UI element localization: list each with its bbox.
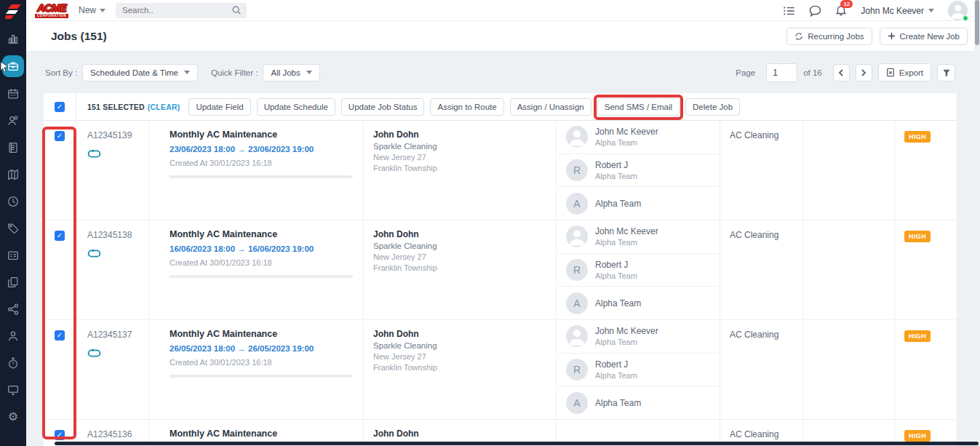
assign-to-route-button[interactable]: Assign to Route	[430, 98, 503, 116]
customer-name[interactable]: John Dohn	[373, 130, 556, 140]
job-schedule[interactable]: 16/06/2023 18:00 → 16/06/2023 19:00	[170, 244, 353, 253]
avatar	[566, 126, 588, 148]
job-schedule[interactable]: 23/06/2023 18:00 → 23/06/2023 19:00	[170, 145, 353, 154]
job-progress-bar	[170, 375, 353, 378]
assignee-name: Robert J	[595, 260, 637, 270]
customer-name[interactable]: John Dohn	[373, 429, 556, 439]
customer-address-line2: Franklin Township	[373, 263, 556, 272]
select-all-checkbox[interactable]: ✓	[55, 102, 65, 112]
update-job-status-button[interactable]: Update Job Status	[341, 98, 425, 116]
page-title: Jobs (151)	[51, 30, 107, 43]
assignee-item: John Mc KeeverAlpha Team	[557, 220, 720, 253]
prev-page-button[interactable]	[833, 64, 850, 81]
user-avatar[interactable]	[948, 1, 968, 20]
sidebar-item-timer[interactable]	[2, 353, 24, 373]
export-button[interactable]: Export	[878, 63, 931, 81]
filter-button[interactable]	[937, 64, 955, 81]
create-new-job-button[interactable]: Create New Job	[880, 28, 968, 45]
job-title[interactable]: Monthly AC Maintenance	[170, 329, 353, 339]
messages-button[interactable]	[809, 5, 821, 17]
row-select-cell: ✓	[44, 121, 76, 220]
table-row[interactable]: ✓ A12345137 Monthly AC Maintenance 26/05…	[44, 320, 957, 420]
sidebar-item-map[interactable]	[2, 164, 24, 185]
job-schedule[interactable]: 26/05/2023 18:00 → 26/05/2023 19:00	[170, 344, 353, 353]
row-checkbox[interactable]: ✓	[55, 430, 65, 440]
customer-address-line1: New Jersey 27	[373, 252, 556, 261]
recurring-link-icon	[87, 249, 101, 258]
avatar: R	[566, 259, 588, 281]
recurring-jobs-button[interactable]: Recurring Jobs	[786, 28, 872, 45]
tag-icon	[7, 222, 20, 235]
customer-cell: John Dohn Sparkle Cleaning New Jersey 27…	[364, 320, 557, 419]
activity-list-button[interactable]	[784, 6, 795, 16]
chevron-right-icon	[861, 69, 867, 76]
clear-selection-link[interactable]: (CLEAR)	[148, 103, 180, 111]
sidebar-item-timesheets[interactable]	[2, 191, 24, 212]
sidebar-item-customers[interactable]	[2, 111, 24, 131]
bar-chart-icon	[7, 32, 20, 45]
sidebar-item-devices[interactable]	[2, 380, 24, 400]
quick-filter-dropdown[interactable]: All Jobs	[263, 64, 319, 81]
row-checkbox[interactable]: ✓	[55, 231, 65, 241]
sidebar-item-pricebook[interactable]	[2, 218, 24, 239]
assignee-item: R Robert JAlpha Team	[557, 154, 720, 187]
job-created-at: Created At 30/01/2023 16:18	[170, 258, 353, 267]
vertical-scrollbar[interactable]	[974, 0, 980, 446]
sidebar-item-analytics[interactable]	[2, 28, 24, 49]
sidebar-item-teams[interactable]	[2, 326, 24, 346]
job-title[interactable]: Monthly AC Maintenance	[170, 130, 353, 140]
sidebar-item-assets[interactable]	[2, 245, 24, 266]
assign-unassign-button[interactable]: Assign / Unassign	[510, 98, 591, 116]
notifications-button[interactable]: 12	[835, 4, 847, 17]
table-row[interactable]: ✓ A12345139 Monthly AC Maintenance 23/06…	[44, 121, 957, 220]
assignee-name: Robert J	[595, 359, 637, 370]
sidebar-nav: ⚙	[2, 28, 24, 427]
next-page-button[interactable]	[856, 64, 872, 81]
assignee-name: Robert J	[595, 160, 637, 170]
job-category-cell: AC Cleaning	[720, 220, 804, 319]
job-priority-cell: HIGH	[895, 320, 957, 419]
priority-badge: HIGH	[904, 131, 931, 143]
search-icon	[231, 5, 242, 15]
avatar-silhouette-icon	[566, 325, 588, 347]
bulk-action-bar: ✓ 151 SELECTED (CLEAR) Update Field Upda…	[44, 93, 957, 121]
user-menu-button[interactable]: John Mc Keever	[861, 6, 934, 16]
avatar: A	[566, 292, 588, 314]
update-field-button[interactable]: Update Field	[188, 98, 250, 116]
gear-icon: ⚙	[8, 411, 18, 423]
delete-job-button[interactable]: Delete Job	[685, 98, 740, 116]
job-title[interactable]: Monthly AC Maintenance	[170, 429, 353, 439]
clock-icon	[7, 195, 20, 208]
sidebar-item-invoices[interactable]	[2, 138, 24, 158]
new-menu-button[interactable]: New	[79, 5, 105, 15]
table-row[interactable]: ✓ A12345138 Monthly AC Maintenance 16/06…	[44, 220, 957, 320]
sidebar-item-integrations[interactable]	[2, 299, 24, 319]
sidebar-item-settings[interactable]: ⚙	[2, 407, 24, 427]
calendar-icon	[7, 87, 20, 100]
sidebar-item-calendar[interactable]	[2, 84, 24, 104]
sidebar-item-quotes[interactable]	[2, 272, 24, 292]
row-checkbox[interactable]: ✓	[55, 131, 65, 141]
job-title[interactable]: Monthly AC Maintenance	[170, 229, 353, 239]
row-checkbox[interactable]: ✓	[55, 330, 65, 341]
update-schedule-button[interactable]: Update Schedule	[257, 98, 335, 116]
search-input[interactable]	[116, 3, 247, 18]
sort-by-dropdown[interactable]: Scheduled Date & Time	[82, 64, 198, 81]
assignee-cell: John Mc KeeverAlpha Team R Robert JAlpha…	[557, 121, 720, 220]
zuper-logo[interactable]	[5, 2, 21, 21]
customer-name[interactable]: John Dohn	[373, 329, 556, 339]
vertical-scrollbar-thumb[interactable]	[975, 0, 979, 45]
avatar-silhouette-icon	[566, 226, 588, 247]
horizontal-scrollbar-thumb[interactable]	[55, 442, 979, 445]
send-sms-email-button[interactable]: Send SMS / Email	[597, 98, 680, 116]
map-icon	[7, 168, 20, 181]
job-id: A12345139	[87, 130, 148, 140]
avatar	[566, 226, 588, 247]
customer-cell: John Dohn Sparkle Cleaning New Jersey 27…	[364, 121, 557, 220]
company-logo[interactable]: ACME CORPORATION	[35, 2, 68, 19]
customer-name[interactable]: John Dohn	[373, 229, 556, 239]
job-id: A12345136	[87, 429, 148, 439]
job-id-cell: A12345139	[76, 121, 149, 220]
new-menu-label: New	[79, 5, 96, 15]
page-number-input[interactable]	[766, 63, 797, 82]
